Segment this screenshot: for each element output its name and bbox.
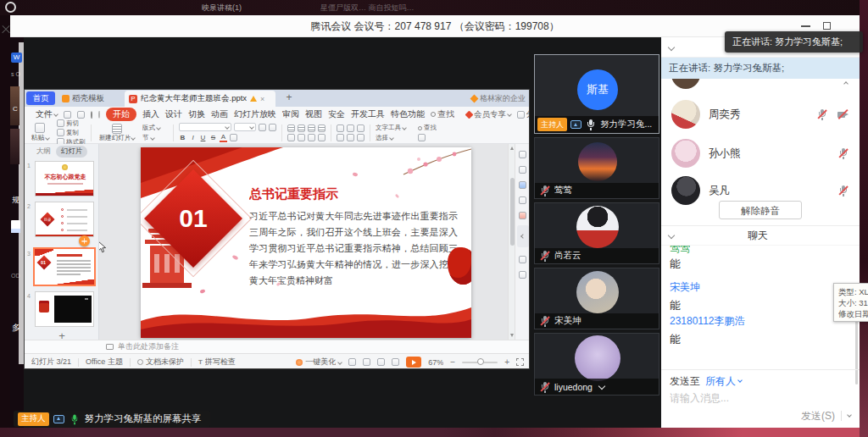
section-button[interactable]: 节 bbox=[142, 134, 168, 142]
zoom-slider[interactable] bbox=[462, 362, 498, 363]
wps-template-tab[interactable]: 稻壳模板 bbox=[62, 91, 104, 105]
send-button[interactable]: 发送(S) bbox=[801, 409, 835, 423]
effects-icon[interactable] bbox=[357, 134, 364, 141]
copy-button[interactable]: 复制 bbox=[57, 129, 86, 137]
beautify-button[interactable]: 一键美化 bbox=[296, 357, 342, 368]
chat-input[interactable]: 请输入消息... bbox=[670, 391, 851, 405]
participant-row[interactable]: 周奕秀 bbox=[661, 97, 860, 132]
slide-title[interactable]: 总书记重要指示 bbox=[249, 186, 338, 202]
slide-thumbnail-4[interactable] bbox=[35, 291, 94, 327]
menu-tab-insert[interactable]: 插入 bbox=[142, 108, 159, 120]
notes-pane-icon[interactable] bbox=[519, 256, 526, 263]
align-center-icon[interactable] bbox=[298, 124, 305, 132]
collapse-participants-icon[interactable] bbox=[668, 43, 675, 50]
color-pane-icon[interactable] bbox=[519, 212, 526, 219]
camera-muted-icon[interactable] bbox=[837, 108, 849, 120]
member-button[interactable]: 会员专享 bbox=[466, 109, 511, 120]
editor-scrollbar[interactable] bbox=[508, 144, 515, 340]
spellcheck-status[interactable]: T拼写检查 bbox=[198, 357, 236, 368]
theme-name[interactable]: Office 主题 bbox=[86, 357, 123, 368]
menu-tab-view[interactable]: 视图 bbox=[305, 108, 322, 120]
scroll-up-indicator[interactable] bbox=[843, 81, 849, 86]
send-options-icon[interactable] bbox=[847, 412, 852, 418]
outline-icon[interactable] bbox=[347, 134, 354, 141]
italic-button[interactable]: I bbox=[189, 134, 197, 141]
insert-slide-button[interactable] bbox=[79, 235, 90, 246]
scroll-up-arrow[interactable] bbox=[510, 147, 514, 150]
split-view-icon[interactable] bbox=[392, 358, 399, 366]
undo-icon[interactable] bbox=[91, 111, 92, 119]
tab-slides[interactable]: 幻灯片 bbox=[56, 146, 88, 158]
new-tab-button[interactable]: + bbox=[282, 91, 296, 105]
zoom-out-button[interactable]: − bbox=[450, 357, 455, 367]
number-list-icon[interactable] bbox=[298, 134, 305, 141]
menu-tab-design[interactable]: 设计 bbox=[165, 108, 182, 120]
slide-thumbnail-3-selected[interactable]: 01 bbox=[33, 247, 96, 286]
slide-sorter-icon[interactable] bbox=[363, 358, 370, 366]
find-button[interactable]: 查找 bbox=[418, 124, 447, 132]
text-tool-button[interactable]: 文字工具 bbox=[376, 124, 413, 132]
select-button[interactable]: 选择 bbox=[376, 134, 413, 142]
save-icon[interactable] bbox=[64, 111, 71, 119]
selection-pane-icon[interactable] bbox=[519, 196, 526, 204]
wps-document-tab[interactable]: P 纪念黄大年老师主题班会.pptx × bbox=[125, 91, 275, 107]
video-tile-host[interactable]: 斯基 主持人 努力学习兔... bbox=[534, 54, 659, 134]
menu-tab-transition[interactable]: 切换 bbox=[188, 108, 205, 120]
wps-notes-bar[interactable]: 单击此处添加备注 bbox=[25, 340, 530, 353]
properties-icon[interactable] bbox=[519, 151, 526, 158]
slide-body-text[interactable]: 习近平总书记对黄大年同志先进事迹作出重要指示三周年之际，我们召开这个线上班会，主… bbox=[249, 208, 458, 289]
chat-message-list[interactable]: 莺莺 能 宋美坤 能 23180112李鹏浩 能 bbox=[661, 246, 860, 369]
fullscreen-icon[interactable] bbox=[516, 358, 524, 366]
menu-tab-security[interactable]: 安全 bbox=[328, 108, 345, 120]
menu-tab-slideshow[interactable]: 幻灯片放映 bbox=[234, 108, 276, 120]
menu-tab-animation[interactable]: 动画 bbox=[211, 108, 228, 120]
reading-view-icon[interactable] bbox=[377, 358, 385, 366]
align-right-icon[interactable] bbox=[308, 124, 315, 132]
mic-muted-icon[interactable] bbox=[816, 108, 828, 120]
menu-tab-review[interactable]: 审阅 bbox=[282, 108, 299, 120]
fill-icon[interactable] bbox=[337, 134, 344, 141]
paste-button[interactable]: 粘贴 bbox=[28, 123, 52, 142]
close-icon[interactable] bbox=[2, 25, 10, 34]
unmute-button[interactable]: 解除静音 bbox=[719, 201, 802, 219]
scrollbar-thumb[interactable] bbox=[510, 178, 515, 246]
comment-pane-icon[interactable] bbox=[519, 271, 526, 279]
justify-icon[interactable] bbox=[318, 124, 326, 132]
font-family-dropdown[interactable] bbox=[179, 123, 231, 131]
menu-file[interactable]: 文件 bbox=[36, 108, 58, 120]
font-size-dropdown[interactable] bbox=[234, 123, 256, 131]
video-tile[interactable]: liyuedong bbox=[534, 333, 659, 396]
video-tile[interactable]: 莺莺 bbox=[534, 137, 659, 199]
bold-button[interactable]: B bbox=[179, 134, 186, 141]
menu-tab-devtools[interactable]: 开发工具 bbox=[351, 108, 385, 120]
textbox-icon[interactable] bbox=[347, 124, 354, 132]
mic-muted-icon[interactable] bbox=[837, 185, 849, 196]
cut-button[interactable]: 剪切 bbox=[57, 119, 86, 128]
underline-button[interactable]: U bbox=[199, 134, 207, 141]
slide-canvas[interactable]: 01 总书记重要指示 习近平总书记对黄大年同志先进事迹作出重要指示三周年之际，我… bbox=[141, 147, 471, 338]
share-button[interactable]: 分享 bbox=[517, 109, 530, 120]
tab-close-icon[interactable]: × bbox=[260, 95, 264, 103]
normal-view-icon[interactable] bbox=[348, 358, 356, 366]
maximize-button[interactable] bbox=[823, 22, 831, 30]
participant-row-clipped[interactable] bbox=[661, 79, 860, 91]
slideshow-play-button[interactable] bbox=[406, 357, 421, 368]
chat-sender-name[interactable]: 23180112李鹏浩 bbox=[670, 314, 745, 329]
decrease-font-icon[interactable] bbox=[269, 124, 276, 131]
scroll-down-arrow[interactable] bbox=[510, 334, 514, 337]
bullet-list-icon[interactable] bbox=[287, 134, 295, 141]
animation-pane-icon[interactable] bbox=[519, 166, 526, 174]
zoom-slider-knob[interactable] bbox=[477, 358, 484, 365]
video-tile[interactable]: 宋美坤 bbox=[534, 268, 659, 329]
wps-account[interactable]: 格林家的企业 bbox=[471, 91, 526, 105]
expand-tiles-icon[interactable] bbox=[598, 382, 605, 389]
shape-icon[interactable] bbox=[337, 124, 344, 132]
wps-home-tab[interactable]: 首页 bbox=[26, 91, 55, 105]
redo-icon[interactable] bbox=[98, 111, 100, 119]
highlight-color-icon[interactable] bbox=[230, 134, 237, 141]
new-slide-button[interactable]: 新建幻灯片 bbox=[97, 124, 137, 142]
strikethrough-button[interactable]: S bbox=[209, 134, 217, 141]
more-tools-icon[interactable] bbox=[418, 134, 426, 141]
add-slide-button[interactable]: + bbox=[55, 330, 69, 340]
chat-header[interactable]: 聊天 bbox=[661, 226, 860, 246]
